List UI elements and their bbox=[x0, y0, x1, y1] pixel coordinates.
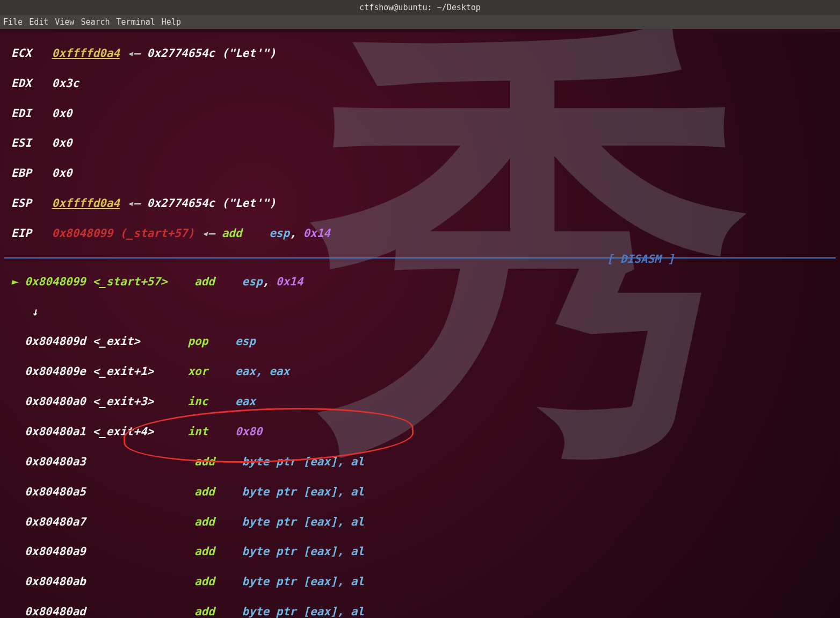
reg-eip: EIP 0x8048099 (_start+57) ◂— add esp, 0x… bbox=[4, 226, 836, 241]
disasm-row: 0x80480ab add byte ptr [eax], al bbox=[4, 574, 836, 590]
disasm-row: 0x80480a7 add byte ptr [eax], al bbox=[4, 515, 836, 530]
menu-help[interactable]: Help bbox=[162, 17, 181, 27]
disasm-row: 0x80480ad add byte ptr [eax], al bbox=[4, 605, 836, 618]
reg-ecx: ECX 0xffffd0a4 ◂— 0x2774654c ("Let'") bbox=[4, 46, 836, 61]
disasm-row: 0x804809d <_exit> pop esp bbox=[4, 334, 836, 349]
disasm-row: 0x80480a5 add byte ptr [eax], al bbox=[4, 485, 836, 500]
menu-file[interactable]: File bbox=[3, 17, 23, 27]
menu-edit[interactable]: Edit bbox=[29, 17, 48, 27]
reg-edi: EDI 0x0 bbox=[4, 106, 836, 121]
menu-search[interactable]: Search bbox=[81, 17, 110, 27]
disasm-row: 0x80480a9 add byte ptr [eax], al bbox=[4, 544, 836, 559]
disasm-row: 0x804809e <_exit+1> xor eax, eax bbox=[4, 364, 836, 379]
section-divider bbox=[4, 257, 836, 258]
reg-esi: ESI 0x0 bbox=[4, 136, 836, 151]
reg-esp: ESP 0xffffd0a4 ◂— 0x2774654c ("Let'") bbox=[4, 196, 836, 211]
disasm-row: 0x80480a0 <_exit+3> inc eax bbox=[4, 394, 836, 409]
reg-edx: EDX 0x3c bbox=[4, 76, 836, 91]
disasm-row: 0x80480a1 <_exit+4> int 0x80 bbox=[4, 425, 836, 440]
window-title: ctfshow@ubuntu: ~/Desktop bbox=[359, 3, 481, 12]
menubar: File Edit View Search Terminal Help bbox=[0, 15, 840, 29]
window-titlebar: ctfshow@ubuntu: ~/Desktop bbox=[0, 0, 840, 15]
disasm-current: ► 0x8048099 <_start+57> add esp, 0x14 bbox=[4, 275, 836, 290]
menu-terminal[interactable]: Terminal bbox=[117, 17, 155, 27]
reg-ebp: EBP 0x0 bbox=[4, 166, 836, 181]
menu-view[interactable]: View bbox=[55, 17, 74, 27]
disasm-row: 0x80480a3 add byte ptr [eax], al bbox=[4, 455, 836, 470]
terminal-output[interactable]: ECX 0xffffd0a4 ◂— 0x2774654c ("Let'") ED… bbox=[0, 29, 840, 618]
disasm-arrow: ↓ bbox=[4, 305, 836, 320]
